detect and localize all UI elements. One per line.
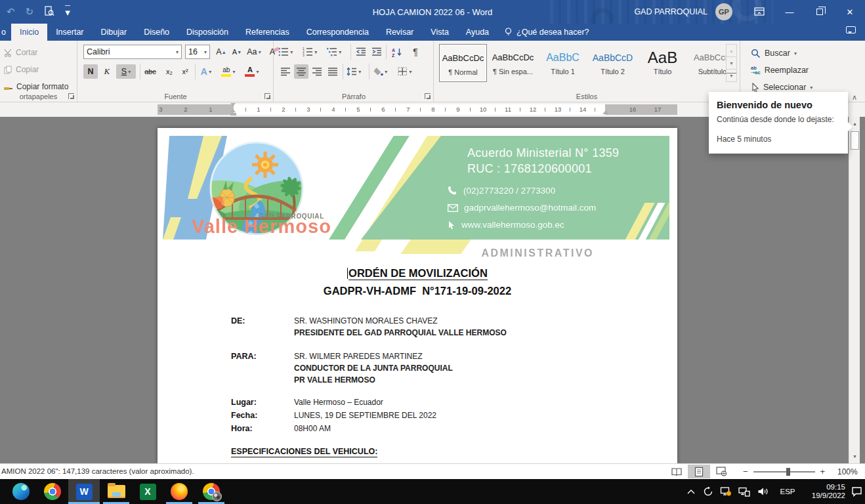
multilevel-list-button[interactable]: ▾ <box>327 45 341 59</box>
numbering-button[interactable]: 123 ▾ <box>303 45 317 59</box>
taskbar-file-explorer[interactable] <box>100 479 132 504</box>
ribbon-tab[interactable]: Disposición <box>178 24 237 41</box>
clock[interactable]: 09:15 19/9/2022 <box>802 479 845 504</box>
web-layout-button[interactable] <box>710 465 732 478</box>
align-left-button[interactable] <box>278 64 293 79</box>
popup-timestamp[interactable]: Hace 5 minutos <box>717 135 840 144</box>
format-painter-button[interactable]: Copiar formato <box>0 80 77 93</box>
font-size-select[interactable]: 16▾ <box>185 45 210 59</box>
show-paragraph-marks-button[interactable]: ¶ <box>408 45 423 59</box>
tray-display[interactable] <box>717 479 735 504</box>
superscript-button[interactable]: x² <box>178 64 192 79</box>
bold-button[interactable]: N <box>83 64 98 79</box>
undo-icon[interactable]: ↶ <box>7 6 15 18</box>
tray-expand[interactable] <box>683 479 700 504</box>
zoom-out-icon[interactable]: − <box>743 467 748 476</box>
action-center[interactable] <box>848 479 865 504</box>
clipboard-dialog-launcher-icon[interactable] <box>68 93 74 99</box>
customize-qat-icon[interactable]: ▾ <box>65 5 70 18</box>
account-name[interactable]: GAD PARROQUIAL <box>634 7 707 16</box>
strikethrough-button[interactable]: abc <box>143 64 158 79</box>
tray-volume[interactable] <box>753 479 772 504</box>
character-count-text[interactable]: AMION 2022 06": 147,139 caracteres (valo… <box>1 467 194 475</box>
print-preview-icon[interactable] <box>44 6 54 18</box>
style-normal[interactable]: AaBbCcDc ¶ Normal <box>439 44 487 82</box>
ribbon-tab[interactable]: Vista <box>422 24 457 41</box>
tray-sync[interactable] <box>700 479 717 504</box>
feedback-icon[interactable] <box>846 26 856 33</box>
taskbar-excel[interactable]: X <box>132 479 163 504</box>
style-titulo-2[interactable]: AaBbCcD Título 2 <box>589 44 637 82</box>
justify-button[interactable] <box>326 64 340 79</box>
font-dialog-launcher-icon[interactable] <box>264 93 270 99</box>
zoom-slider-thumb[interactable] <box>786 468 790 476</box>
ribbon-tab[interactable]: Ayuda <box>457 24 497 41</box>
styles-more-icon[interactable]: ▼ <box>727 69 736 81</box>
tray-network[interactable] <box>735 479 753 504</box>
bullets-button[interactable]: ▾ <box>278 45 293 59</box>
language-indicator[interactable]: ESP <box>774 479 801 504</box>
font-color-button[interactable]: A ▾ <box>245 64 259 79</box>
collapse-ribbon-icon[interactable]: ∧ <box>852 93 857 102</box>
ribbon-display-options-icon[interactable] <box>744 0 774 24</box>
indent-marker[interactable] <box>230 103 236 116</box>
shrink-font-button[interactable]: A▼ <box>230 45 244 59</box>
borders-button[interactable]: ▾ <box>398 64 412 79</box>
style-titulo-1[interactable]: AaBbC Título 1 <box>539 44 587 82</box>
tell-me-box[interactable]: ¿Qué desea hacer? <box>497 24 596 41</box>
ribbon-tab[interactable]: Diseño <box>135 24 178 41</box>
line-spacing-button[interactable]: ▾ <box>347 64 361 79</box>
zoom-in-icon[interactable]: + <box>820 467 826 476</box>
tab-archivo-partial[interactable]: o <box>0 24 11 41</box>
redo-icon[interactable]: ↻ <box>26 6 34 18</box>
grow-font-button[interactable]: A▲ <box>214 45 228 59</box>
taskbar-chrome[interactable] <box>37 479 68 504</box>
font-name-select[interactable]: Calibri▾ <box>83 45 182 59</box>
restore-button[interactable] <box>805 0 835 24</box>
underline-button[interactable]: S ▾ <box>116 64 136 79</box>
increase-indent-button[interactable] <box>369 45 384 59</box>
print-layout-button[interactable] <box>688 465 710 478</box>
close-button[interactable]: ✕ <box>835 0 865 24</box>
ribbon-tab[interactable]: Inicio <box>11 24 47 41</box>
minimize-button[interactable]: — <box>774 0 805 24</box>
styles-scroll-up-icon[interactable]: ▲ <box>727 45 736 56</box>
highlight-color-button[interactable]: ab ▾ <box>221 64 236 79</box>
replace-button[interactable]: ab⇢ac Reemplazar <box>751 63 809 77</box>
zoom-level[interactable]: 100% <box>837 467 858 476</box>
read-mode-button[interactable] <box>665 465 688 478</box>
subscript-button[interactable]: x₂ <box>162 64 177 79</box>
ribbon-tab[interactable]: Referencias <box>237 24 298 41</box>
taskbar-word[interactable]: W <box>68 479 100 504</box>
document-page[interactable]: Acuerdo Ministerial N° 1359 RUC : 176812… <box>158 128 677 463</box>
scroll-down-icon[interactable]: ▼ <box>850 452 860 461</box>
taskbar-edge[interactable] <box>5 479 37 504</box>
find-button[interactable]: Buscar▾ <box>751 46 797 60</box>
copy-button[interactable]: Copiar <box>0 63 77 76</box>
italic-button[interactable]: K <box>100 64 114 79</box>
ribbon-tab[interactable]: Dibujar <box>93 24 136 41</box>
taskbar-firefox[interactable] <box>163 479 195 504</box>
ribbon-tab[interactable]: Insertar <box>47 24 92 41</box>
text-effects-button[interactable]: A ▾ <box>199 64 213 79</box>
right-indent-marker[interactable] <box>602 110 609 114</box>
taskbar-chrome-profile[interactable] <box>196 479 227 504</box>
avatar[interactable]: GP <box>715 3 732 20</box>
vertical-scrollbar[interactable]: ▲ ▼ <box>849 117 860 463</box>
ribbon-tab[interactable]: Revisar <box>377 24 422 41</box>
sort-button[interactable]: AZ <box>390 45 404 59</box>
cut-button[interactable]: Cortar <box>0 46 77 59</box>
shading-button[interactable]: ▾ <box>373 64 387 79</box>
align-center-button[interactable] <box>294 64 308 79</box>
zoom-slider[interactable] <box>753 471 815 472</box>
style-titulo[interactable]: AaB Título <box>639 44 686 82</box>
chrome-icon <box>44 483 61 500</box>
styles-scroll-down-icon[interactable]: ▼ <box>727 56 736 69</box>
paragraph-dialog-launcher-icon[interactable] <box>425 93 431 99</box>
align-right-button[interactable] <box>310 64 324 79</box>
style-sin-espaciado[interactable]: AaBbCcDc ¶ Sin espa... <box>489 44 537 82</box>
scrollbar-thumb[interactable] <box>851 131 859 150</box>
ribbon-tab[interactable]: Correspondencia <box>298 24 377 41</box>
decrease-indent-button[interactable] <box>354 45 368 59</box>
change-case-button[interactable]: Aa ▾ <box>247 45 261 59</box>
